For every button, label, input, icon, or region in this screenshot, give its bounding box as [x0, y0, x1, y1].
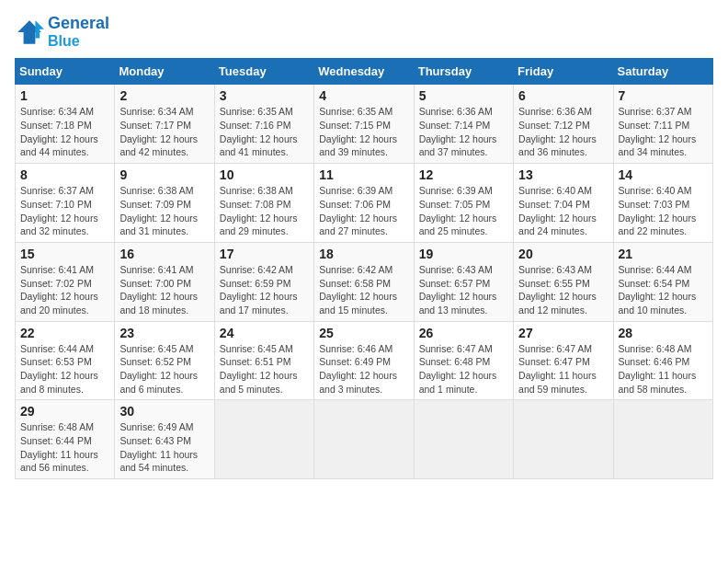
calendar-cell: 4Sunrise: 6:35 AM Sunset: 7:15 PM Daylig… — [314, 85, 414, 164]
day-detail: Sunrise: 6:40 AM Sunset: 7:04 PM Dayligh… — [518, 184, 608, 238]
calendar-cell: 19Sunrise: 6:43 AM Sunset: 6:57 PM Dayli… — [414, 242, 513, 321]
calendar-cell: 11Sunrise: 6:39 AM Sunset: 7:06 PM Dayli… — [314, 164, 414, 243]
calendar-cell — [214, 400, 313, 479]
week-row-0: 1Sunrise: 6:34 AM Sunset: 7:18 PM Daylig… — [16, 85, 713, 164]
calendar-cell — [514, 400, 613, 479]
calendar-cell: 18Sunrise: 6:42 AM Sunset: 6:58 PM Dayli… — [314, 242, 414, 321]
calendar-cell: 29Sunrise: 6:48 AM Sunset: 6:44 PM Dayli… — [16, 400, 115, 479]
day-detail: Sunrise: 6:37 AM Sunset: 7:10 PM Dayligh… — [20, 184, 109, 238]
day-detail: Sunrise: 6:44 AM Sunset: 6:53 PM Dayligh… — [20, 342, 109, 396]
day-number: 2 — [119, 88, 209, 103]
week-row-1: 8Sunrise: 6:37 AM Sunset: 7:10 PM Daylig… — [16, 164, 713, 243]
day-number: 7 — [619, 88, 708, 103]
day-detail: Sunrise: 6:44 AM Sunset: 6:54 PM Dayligh… — [619, 263, 708, 317]
header-wednesday: Wednesday — [314, 59, 414, 85]
calendar-cell: 23Sunrise: 6:45 AM Sunset: 6:52 PM Dayli… — [115, 321, 214, 400]
calendar-cell: 24Sunrise: 6:45 AM Sunset: 6:51 PM Dayli… — [214, 321, 313, 400]
day-detail: Sunrise: 6:48 AM Sunset: 6:46 PM Dayligh… — [619, 342, 708, 396]
calendar-cell: 16Sunrise: 6:41 AM Sunset: 7:00 PM Dayli… — [115, 242, 214, 321]
day-detail: Sunrise: 6:39 AM Sunset: 7:05 PM Dayligh… — [419, 184, 508, 238]
day-number: 17 — [220, 247, 309, 261]
day-detail: Sunrise: 6:39 AM Sunset: 7:06 PM Dayligh… — [319, 184, 408, 238]
day-number: 26 — [419, 326, 508, 340]
calendar-cell: 21Sunrise: 6:44 AM Sunset: 6:54 PM Dayli… — [613, 242, 712, 321]
day-number: 16 — [119, 247, 209, 261]
day-number: 21 — [619, 247, 708, 261]
week-row-4: 29Sunrise: 6:48 AM Sunset: 6:44 PM Dayli… — [16, 400, 713, 479]
calendar-header: SundayMondayTuesdayWednesdayThursdayFrid… — [16, 59, 713, 85]
calendar-cell: 10Sunrise: 6:38 AM Sunset: 7:08 PM Dayli… — [214, 164, 313, 243]
day-detail: Sunrise: 6:45 AM Sunset: 6:51 PM Dayligh… — [220, 342, 309, 396]
calendar-cell: 27Sunrise: 6:47 AM Sunset: 6:47 PM Dayli… — [514, 321, 613, 400]
day-number: 25 — [319, 326, 408, 340]
day-detail: Sunrise: 6:46 AM Sunset: 6:49 PM Dayligh… — [319, 342, 408, 396]
header-monday: Monday — [115, 59, 214, 85]
day-detail: Sunrise: 6:37 AM Sunset: 7:11 PM Dayligh… — [619, 105, 708, 159]
day-detail: Sunrise: 6:34 AM Sunset: 7:17 PM Dayligh… — [119, 105, 209, 159]
day-number: 19 — [419, 247, 508, 261]
calendar-cell — [613, 400, 712, 479]
week-row-2: 15Sunrise: 6:41 AM Sunset: 7:02 PM Dayli… — [16, 242, 713, 321]
calendar-cell: 8Sunrise: 6:37 AM Sunset: 7:10 PM Daylig… — [16, 164, 115, 243]
day-number: 24 — [220, 326, 309, 340]
day-detail: Sunrise: 6:40 AM Sunset: 7:03 PM Dayligh… — [619, 184, 708, 238]
day-number: 13 — [518, 167, 608, 182]
day-detail: Sunrise: 6:42 AM Sunset: 6:58 PM Dayligh… — [319, 263, 408, 317]
page-header: General Blue — [15, 15, 713, 49]
svg-marker-1 — [35, 20, 44, 38]
header-saturday: Saturday — [613, 59, 712, 85]
day-detail: Sunrise: 6:36 AM Sunset: 7:14 PM Dayligh… — [419, 105, 508, 159]
calendar-cell: 6Sunrise: 6:36 AM Sunset: 7:12 PM Daylig… — [514, 85, 613, 164]
day-number: 6 — [518, 88, 608, 103]
calendar-cell: 26Sunrise: 6:47 AM Sunset: 6:48 PM Dayli… — [414, 321, 513, 400]
day-detail: Sunrise: 6:35 AM Sunset: 7:15 PM Dayligh… — [319, 105, 408, 159]
calendar-cell: 22Sunrise: 6:44 AM Sunset: 6:53 PM Dayli… — [16, 321, 115, 400]
logo-icon — [15, 17, 44, 47]
day-number: 10 — [220, 167, 309, 182]
header-tuesday: Tuesday — [214, 59, 313, 85]
day-number: 11 — [319, 167, 408, 182]
calendar-cell: 9Sunrise: 6:38 AM Sunset: 7:09 PM Daylig… — [115, 164, 214, 243]
calendar-cell: 20Sunrise: 6:43 AM Sunset: 6:55 PM Dayli… — [514, 242, 613, 321]
day-number: 4 — [319, 88, 408, 103]
logo: General Blue — [15, 15, 109, 49]
calendar-cell — [314, 400, 414, 479]
day-detail: Sunrise: 6:48 AM Sunset: 6:44 PM Dayligh… — [20, 420, 109, 475]
calendar-cell — [414, 400, 513, 479]
calendar-table: SundayMondayTuesdayWednesdayThursdayFrid… — [15, 58, 713, 479]
day-number: 14 — [619, 167, 708, 182]
calendar-cell: 7Sunrise: 6:37 AM Sunset: 7:11 PM Daylig… — [613, 85, 712, 164]
header-friday: Friday — [514, 59, 613, 85]
calendar-cell: 30Sunrise: 6:49 AM Sunset: 6:43 PM Dayli… — [115, 400, 214, 479]
calendar-cell: 3Sunrise: 6:35 AM Sunset: 7:16 PM Daylig… — [214, 85, 313, 164]
day-detail: Sunrise: 6:41 AM Sunset: 7:00 PM Dayligh… — [119, 263, 209, 317]
calendar-cell: 1Sunrise: 6:34 AM Sunset: 7:18 PM Daylig… — [16, 85, 115, 164]
calendar-cell: 14Sunrise: 6:40 AM Sunset: 7:03 PM Dayli… — [613, 164, 712, 243]
day-number: 22 — [20, 326, 109, 340]
day-number: 12 — [419, 167, 508, 182]
calendar-cell: 12Sunrise: 6:39 AM Sunset: 7:05 PM Dayli… — [414, 164, 513, 243]
day-detail: Sunrise: 6:38 AM Sunset: 7:08 PM Dayligh… — [220, 184, 309, 238]
day-detail: Sunrise: 6:36 AM Sunset: 7:12 PM Dayligh… — [518, 105, 608, 159]
calendar-cell: 17Sunrise: 6:42 AM Sunset: 6:59 PM Dayli… — [214, 242, 313, 321]
day-number: 30 — [119, 404, 209, 419]
day-detail: Sunrise: 6:43 AM Sunset: 6:55 PM Dayligh… — [518, 263, 608, 317]
day-detail: Sunrise: 6:49 AM Sunset: 6:43 PM Dayligh… — [119, 420, 209, 475]
week-row-3: 22Sunrise: 6:44 AM Sunset: 6:53 PM Dayli… — [16, 321, 713, 400]
calendar-cell: 28Sunrise: 6:48 AM Sunset: 6:46 PM Dayli… — [613, 321, 712, 400]
day-number: 5 — [419, 88, 508, 103]
day-number: 28 — [619, 326, 708, 340]
calendar-cell: 2Sunrise: 6:34 AM Sunset: 7:17 PM Daylig… — [115, 85, 214, 164]
day-detail: Sunrise: 6:43 AM Sunset: 6:57 PM Dayligh… — [419, 263, 508, 317]
day-number: 9 — [119, 167, 209, 182]
day-detail: Sunrise: 6:38 AM Sunset: 7:09 PM Dayligh… — [119, 184, 209, 238]
calendar-cell: 25Sunrise: 6:46 AM Sunset: 6:49 PM Dayli… — [314, 321, 414, 400]
day-detail: Sunrise: 6:47 AM Sunset: 6:47 PM Dayligh… — [518, 342, 608, 396]
day-number: 27 — [518, 326, 608, 340]
day-number: 1 — [20, 88, 109, 103]
calendar-body: 1Sunrise: 6:34 AM Sunset: 7:18 PM Daylig… — [16, 85, 713, 479]
day-detail: Sunrise: 6:47 AM Sunset: 6:48 PM Dayligh… — [419, 342, 508, 396]
header-row: SundayMondayTuesdayWednesdayThursdayFrid… — [16, 59, 713, 85]
day-number: 3 — [220, 88, 309, 103]
calendar-cell: 5Sunrise: 6:36 AM Sunset: 7:14 PM Daylig… — [414, 85, 513, 164]
